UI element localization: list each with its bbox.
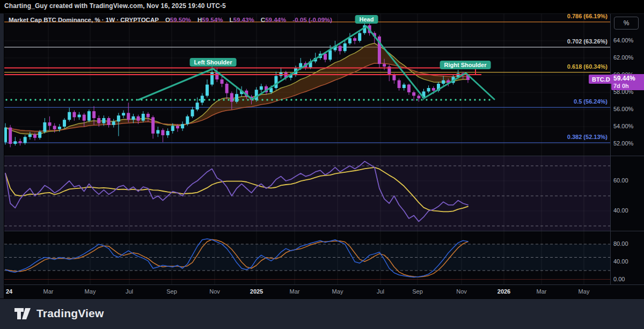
time-axis-label: Mar [537, 288, 547, 295]
time-axis-label: Nov [209, 288, 220, 295]
tradingview-logo-text: TradingView [36, 307, 104, 320]
time-axis-label: May [332, 288, 343, 295]
chart-canvas[interactable] [0, 0, 644, 298]
pattern-label[interactable]: Head [355, 15, 378, 24]
stoch-scale-label: 40.00 [613, 258, 628, 265]
bar-countdown: 7d 0h [613, 83, 644, 90]
last-price-value: 59.44% [613, 75, 644, 83]
stoch-scale-label: 80.00 [613, 240, 628, 247]
ohlc-low-value: 59.43% [233, 17, 254, 23]
fib-level-label: 0.382 (52.13%) [543, 134, 608, 140]
last-price-badge: 59.44% 7d 0h [611, 74, 644, 90]
ohlc-open-value: 59.50% [170, 17, 191, 23]
time-axis-label: Mar [43, 288, 54, 295]
time-axis-label: May [85, 288, 96, 295]
time-axis-label: 24 [6, 288, 12, 295]
symbol-title: Market Cap BTC Dominance, % · 1W · CRYPT… [9, 17, 159, 23]
tradingview-logo[interactable]: TradingView [14, 307, 104, 320]
footer-bar: TradingView [0, 298, 644, 329]
pattern-label[interactable]: Right Shoulder [440, 61, 491, 69]
symbol-legend[interactable]: Market Cap BTC Dominance, % · 1W · CRYPT… [9, 17, 332, 23]
time-axis-label: 2025 [250, 288, 263, 295]
stoch-scale-label: 0.00 [613, 276, 625, 282]
time-axis-label: Mar [290, 288, 300, 295]
price-scale-label: 56.00% [613, 106, 633, 112]
rsi-scale-label: 40.00 [613, 207, 628, 214]
time-axis-label: Sep [412, 288, 423, 295]
fib-level-label: 0.618 (60.34%) [543, 63, 608, 70]
ohlc-open-letter: O [165, 17, 170, 23]
ohlc-close-letter: C [261, 17, 265, 23]
price-scale-unit-button[interactable]: % [614, 17, 639, 30]
time-axis-label: 2026 [497, 288, 510, 295]
ohlc-high-value: 59.54% [202, 17, 223, 23]
pattern-label[interactable]: Left Shoulder [190, 58, 237, 67]
time-axis-label: Jul [126, 288, 133, 295]
price-scale-label: 64.00% [613, 37, 633, 43]
time-axis-label: Nov [456, 288, 467, 295]
price-scale-label: 54.00% [613, 123, 633, 129]
ohlc-close-value: 59.44% [265, 17, 286, 23]
fib-level-label: 0.702 (63.26%) [543, 38, 608, 45]
price-scale-label: 62.00% [613, 54, 633, 61]
fib-level-label: 0.786 (66.19%) [543, 13, 608, 19]
time-axis-label: Sep [166, 288, 177, 295]
time-axis-label: Jul [377, 288, 384, 295]
ohlc-low-letter: L [230, 17, 233, 23]
price-scale-label: 52.00% [613, 140, 633, 147]
tradingview-logo-icon [14, 308, 32, 320]
tradingview-chart-window: Charting_Guy created with TradingView.co… [0, 0, 644, 329]
fib-level-label: 0.5 (56.24%) [543, 98, 608, 105]
left-toolbar-collapsed[interactable] [0, 13, 4, 298]
rsi-scale-label: 60.00 [613, 177, 628, 184]
time-axis-label: May [579, 288, 590, 295]
last-price-symbol-tag: BTC.D [589, 75, 613, 84]
change-value: -0.05 (-0.09%) [292, 17, 332, 23]
